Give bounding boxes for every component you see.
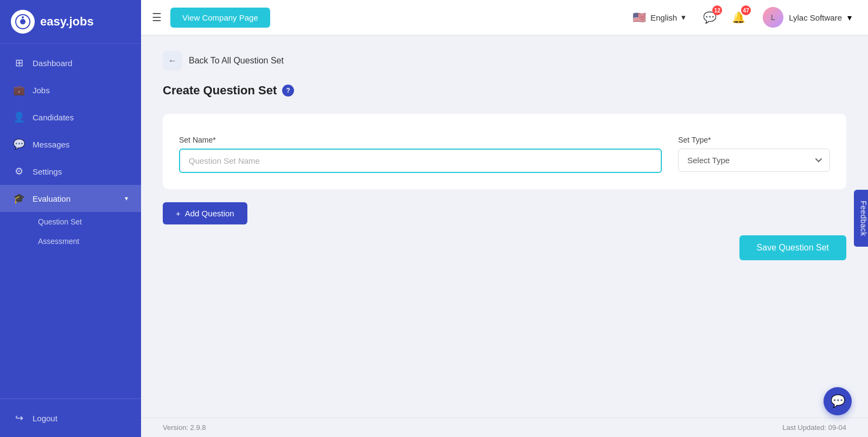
avatar: L <box>763 7 783 28</box>
sidebar-item-candidates[interactable]: 👤 Candidates <box>0 104 141 131</box>
user-name: Lylac Software <box>789 13 842 22</box>
messages-badge: 12 <box>712 5 722 15</box>
form-row: Set Name* Set Type* Select Type Quiz Int… <box>179 136 830 173</box>
set-type-select[interactable]: Select Type Quiz Interview Assessment <box>678 149 830 172</box>
feedback-tab[interactable]: Feedback <box>853 190 868 247</box>
notifications-button[interactable]: 🔔 47 <box>729 8 749 27</box>
add-question-button[interactable]: + Add Question <box>163 202 247 224</box>
logout-icon: ↪ <box>13 412 25 424</box>
language-selector[interactable]: 🇺🇸 English ▾ <box>627 8 691 27</box>
page-title: Create Question Set <box>163 83 277 98</box>
chevron-down-icon: ▾ <box>125 195 128 202</box>
save-question-set-button[interactable]: Save Question Set <box>739 235 846 260</box>
sidebar-item-logout[interactable]: ↪ Logout <box>0 404 141 432</box>
sidebar-item-settings[interactable]: ⚙ Settings <box>0 158 141 185</box>
page-content: ← Back To All Question Set Create Questi… <box>141 35 868 417</box>
last-updated-label: Last Updated: 09-04 <box>782 423 846 432</box>
back-link[interactable]: ← Back To All Question Set <box>163 51 846 70</box>
logo-text: easy.jobs <box>40 15 94 29</box>
add-question-label: Add Question <box>185 209 234 218</box>
chevron-down-icon: ▾ <box>681 12 686 22</box>
sidebar-item-label: Settings <box>33 167 62 176</box>
sidebar: easy.jobs ⊞ Dashboard 💼 Jobs 👤 Candidate… <box>0 0 141 437</box>
sidebar-item-label: Candidates <box>33 113 74 122</box>
sidebar-bottom: ↪ Logout <box>0 399 141 437</box>
form-card: Set Name* Set Type* Select Type Quiz Int… <box>163 114 846 189</box>
candidates-icon: 👤 <box>13 111 25 123</box>
plus-icon: + <box>176 209 181 218</box>
set-name-label: Set Name* <box>179 136 662 144</box>
svg-text:L: L <box>771 13 775 22</box>
sub-nav: Question Set Assessment <box>0 212 141 251</box>
language-label: English <box>650 13 677 22</box>
footer: Version: 2.9.8 Last Updated: 09-04 <box>141 417 868 437</box>
header: ☰ View Company Page 🇺🇸 English ▾ 💬 12 🔔 … <box>141 0 868 35</box>
sidebar-logo: easy.jobs <box>0 0 141 44</box>
sidebar-item-assessment[interactable]: Assessment <box>33 232 141 251</box>
chat-button[interactable]: 💬 <box>824 387 852 415</box>
sidebar-item-evaluation[interactable]: 🎓 Evaluation ▾ <box>0 185 141 212</box>
back-button[interactable]: ← <box>163 51 182 70</box>
sidebar-item-label: Messages <box>33 140 69 149</box>
set-name-group: Set Name* <box>179 136 662 173</box>
svg-point-2 <box>22 16 24 18</box>
sidebar-item-messages[interactable]: 💬 Messages <box>0 131 141 158</box>
sidebar-item-jobs[interactable]: 💼 Jobs <box>0 76 141 104</box>
logo-icon <box>11 10 35 34</box>
jobs-icon: 💼 <box>13 84 25 96</box>
messages-button[interactable]: 💬 12 <box>700 8 720 27</box>
evaluation-icon: 🎓 <box>13 192 25 204</box>
main-content: ☰ View Company Page 🇺🇸 English ▾ 💬 12 🔔 … <box>141 0 868 437</box>
set-name-input[interactable] <box>179 149 662 173</box>
page-title-row: Create Question Set ? <box>163 83 846 98</box>
set-type-label: Set Type* <box>678 136 830 144</box>
svg-point-1 <box>20 19 25 24</box>
flag-icon: 🇺🇸 <box>633 11 646 24</box>
menu-icon[interactable]: ☰ <box>152 11 162 24</box>
sidebar-nav: ⊞ Dashboard 💼 Jobs 👤 Candidates 💬 Messag… <box>0 44 141 399</box>
settings-icon: ⚙ <box>13 165 25 177</box>
chevron-down-icon: ▾ <box>847 12 852 23</box>
sidebar-item-label: Evaluation <box>33 194 71 203</box>
version-label: Version: 2.9.8 <box>163 423 206 432</box>
sidebar-item-label: Jobs <box>33 86 50 95</box>
messages-icon: 💬 <box>13 138 25 150</box>
user-menu[interactable]: L Lylac Software ▾ <box>757 4 857 31</box>
help-icon[interactable]: ? <box>282 85 294 97</box>
arrow-left-icon: ← <box>168 56 177 66</box>
sidebar-item-question-set[interactable]: Question Set <box>33 212 141 232</box>
view-company-button[interactable]: View Company Page <box>170 8 270 28</box>
back-label: Back To All Question Set <box>189 56 284 66</box>
sidebar-item-label: Dashboard <box>33 59 72 68</box>
set-type-group: Set Type* Select Type Quiz Interview Ass… <box>678 136 830 172</box>
notifications-badge: 47 <box>741 5 751 15</box>
home-icon: ⊞ <box>13 57 25 69</box>
sidebar-item-label: Logout <box>33 414 58 423</box>
sidebar-item-dashboard[interactable]: ⊞ Dashboard <box>0 49 141 76</box>
chat-icon: 💬 <box>831 394 845 408</box>
